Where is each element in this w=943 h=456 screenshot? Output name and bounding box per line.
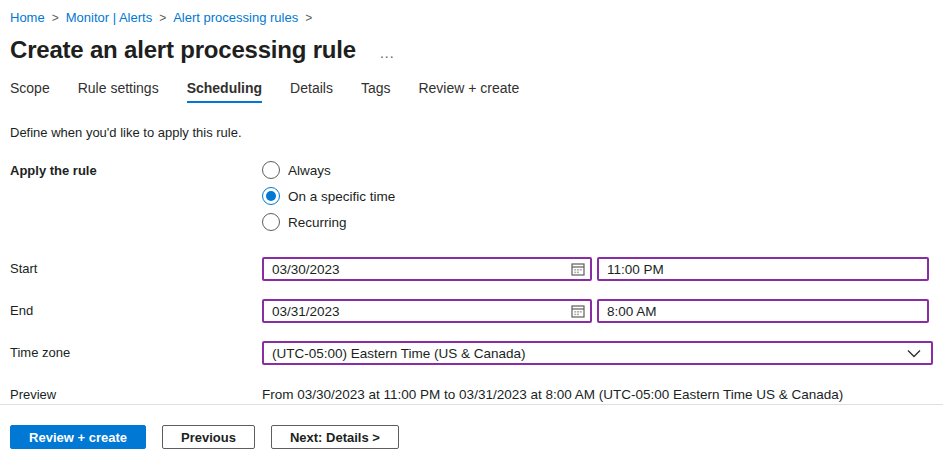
tab-tags[interactable]: Tags <box>361 80 391 103</box>
radio-always-label: Always <box>288 163 331 178</box>
breadcrumb-home[interactable]: Home <box>10 10 45 25</box>
start-label: Start <box>10 257 262 276</box>
radio-recurring[interactable]: Recurring <box>262 213 395 231</box>
more-commands-icon[interactable]: ... <box>380 39 395 61</box>
tab-rule-settings[interactable]: Rule settings <box>78 80 159 103</box>
preview-label: Preview <box>10 383 262 402</box>
apply-rule-label: Apply the rule <box>10 161 262 178</box>
end-date-input[interactable] <box>262 299 592 323</box>
timezone-select[interactable]: (UTC-05:00) Eastern Time (US & Canada) <box>262 341 933 365</box>
tab-scheduling[interactable]: Scheduling <box>187 80 262 103</box>
calendar-icon[interactable] <box>571 262 585 276</box>
review-create-button[interactable]: Review + create <box>10 425 146 449</box>
radio-on-specific-time-label: On a specific time <box>288 189 395 204</box>
end-time-input[interactable] <box>597 299 929 323</box>
radio-recurring-label: Recurring <box>288 215 347 230</box>
tab-bar: Scope Rule settings Scheduling Details T… <box>10 80 933 103</box>
radio-circle-icon <box>262 213 280 231</box>
start-date-input[interactable] <box>262 257 592 281</box>
tab-review-create[interactable]: Review + create <box>418 80 519 103</box>
breadcrumb-separator: > <box>305 11 312 25</box>
breadcrumb-separator: > <box>159 11 166 25</box>
preview-value: From 03/30/2023 at 11:00 PM to 03/31/202… <box>262 383 843 402</box>
timezone-selected-value: (UTC-05:00) Eastern Time (US & Canada) <box>272 346 526 361</box>
next-details-button[interactable]: Next: Details > <box>271 425 399 449</box>
timezone-label: Time zone <box>10 341 262 360</box>
footer-divider <box>0 404 943 405</box>
footer-actions: Review + create Previous Next: Details > <box>10 425 399 449</box>
radio-always[interactable]: Always <box>262 161 395 179</box>
radio-on-specific-time[interactable]: On a specific time <box>262 187 395 205</box>
breadcrumb-alert-processing-rules[interactable]: Alert processing rules <box>173 10 298 25</box>
breadcrumb-separator: > <box>52 11 59 25</box>
tab-details[interactable]: Details <box>290 80 333 103</box>
radio-circle-icon <box>262 187 280 205</box>
end-label: End <box>10 299 262 318</box>
radio-circle-icon <box>262 161 280 179</box>
tab-scope[interactable]: Scope <box>10 80 50 103</box>
apply-rule-radio-group: Always On a specific time Recurring <box>262 161 395 231</box>
page-title: Create an alert processing rule <box>10 36 356 64</box>
chevron-down-icon <box>907 349 921 358</box>
breadcrumb: Home > Monitor | Alerts > Alert processi… <box>10 0 933 25</box>
scheduling-description: Define when you'd like to apply this rul… <box>10 125 933 140</box>
calendar-icon[interactable] <box>571 304 585 318</box>
start-time-input[interactable] <box>597 257 929 281</box>
previous-button[interactable]: Previous <box>162 425 255 449</box>
breadcrumb-monitor-alerts[interactable]: Monitor | Alerts <box>66 10 152 25</box>
